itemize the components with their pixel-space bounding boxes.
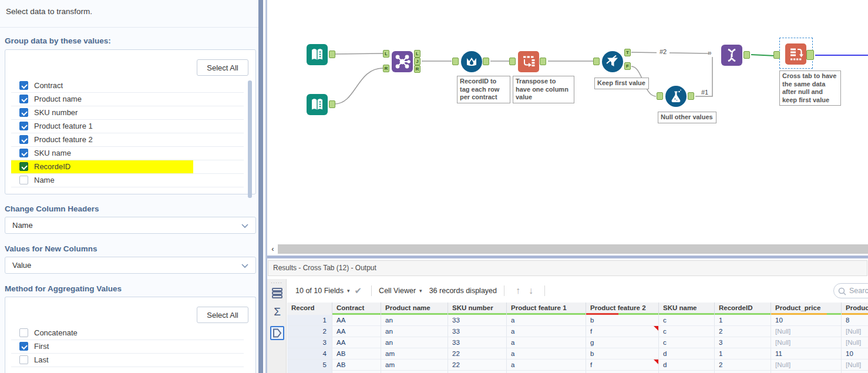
table-cell[interactable]: an — [381, 337, 448, 348]
output-anchor-icon[interactable] — [270, 326, 284, 340]
arrow-up-icon[interactable]: ↑ — [516, 285, 520, 296]
table-cell[interactable]: [Null] — [842, 371, 868, 373]
summary-sigma-icon[interactable]: Σ — [270, 305, 284, 319]
column-header[interactable]: RecordeID — [715, 303, 771, 315]
table-cell[interactable]: [Null] — [771, 326, 842, 337]
table-cell[interactable]: an — [381, 315, 448, 326]
table-cell[interactable]: 22 — [448, 348, 507, 359]
cell-viewer-dropdown[interactable]: Cell Viewer — [379, 287, 416, 295]
table-cell[interactable]: AB — [332, 371, 381, 373]
checkbox[interactable] — [19, 135, 28, 144]
metadata-view-icon[interactable] — [270, 286, 284, 300]
table-cell[interactable]: g — [586, 371, 659, 373]
aggregate-method-concatenate[interactable]: Concatenate — [11, 327, 244, 340]
table-cell[interactable]: 1 — [715, 348, 771, 359]
column-header[interactable]: Product name — [381, 303, 448, 315]
filter-tool[interactable] — [602, 51, 623, 72]
record-id-tool[interactable] — [461, 51, 482, 72]
table-cell[interactable]: [Null] — [771, 337, 842, 348]
group-field-sku-name[interactable]: SKU name — [11, 147, 244, 160]
table-cell[interactable]: 22 — [448, 371, 507, 373]
checkbox[interactable] — [19, 149, 28, 157]
record-id-caption[interactable]: RecordID to tag each row per contract — [457, 76, 510, 103]
table-cell[interactable]: a — [507, 359, 586, 371]
table-cell[interactable]: a — [507, 315, 586, 326]
table-cell[interactable]: 2 — [715, 326, 771, 337]
table-cell[interactable]: 11 — [771, 348, 842, 359]
table-cell[interactable]: c — [659, 326, 715, 337]
table-cell[interactable]: am — [381, 348, 448, 359]
checkbox[interactable] — [19, 355, 28, 364]
table-cell[interactable]: g — [586, 337, 659, 348]
results-search-box[interactable] — [833, 283, 868, 298]
column-header[interactable]: Product_n — [842, 303, 868, 315]
table-cell[interactable]: AA — [332, 337, 381, 348]
join-tool[interactable] — [392, 51, 413, 72]
fields-dropdown[interactable]: 10 of 10 Fields — [295, 287, 344, 295]
input-data-tool-1[interactable] — [307, 44, 328, 65]
column-header[interactable]: Product feature 1 — [507, 303, 586, 315]
table-cell[interactable]: 2 — [715, 359, 771, 371]
aggregate-method-first[interactable]: First — [11, 340, 244, 354]
checkbox[interactable] — [19, 162, 28, 171]
table-cell[interactable]: 3 — [715, 371, 771, 373]
group-field-product-feature-1[interactable]: Product feature 1 — [11, 120, 244, 133]
table-row[interactable]: 3AAan33agc3[Null][Null] — [287, 337, 868, 348]
table-cell[interactable]: 4 — [287, 348, 332, 359]
table-row[interactable]: 6ABam22agd3[Null][Null] — [287, 371, 868, 373]
table-cell[interactable]: [Null] — [842, 337, 868, 348]
table-row[interactable]: 2AAan33afc2[Null][Null] — [287, 326, 868, 337]
table-cell[interactable]: c — [659, 315, 715, 326]
transpose-tool[interactable] — [518, 51, 539, 72]
table-cell[interactable]: 2 — [287, 326, 332, 337]
table-cell[interactable]: [Null] — [842, 326, 868, 337]
table-cell[interactable]: AA — [332, 326, 381, 337]
group-field-product-name[interactable]: Product name — [11, 93, 244, 106]
table-cell[interactable]: 33 — [448, 326, 507, 337]
column-header[interactable]: SKU number — [448, 303, 507, 315]
column-header[interactable]: Product_price — [771, 303, 842, 315]
filter-caption[interactable]: Keep first value — [594, 78, 649, 89]
table-cell[interactable]: AA — [332, 315, 381, 326]
table-cell[interactable]: 1 — [715, 315, 771, 326]
checkbox[interactable] — [19, 108, 28, 117]
checkbox[interactable] — [19, 342, 28, 351]
canvas-horizontal-scrollbar[interactable]: ‹ — [268, 243, 868, 256]
group-field-recordeid[interactable]: RecordeID — [11, 160, 244, 174]
scroll-left-button[interactable]: ‹ — [268, 244, 277, 254]
aggregate-method-last[interactable]: Last — [11, 354, 244, 367]
group-field-product-feature-2[interactable]: Product feature 2 — [11, 133, 244, 147]
workflow-canvas[interactable]: L R L J R RecordID to tag each row per c… — [268, 0, 868, 243]
table-cell[interactable]: [Null] — [842, 359, 868, 371]
crosstab-caption[interactable]: Cross tab to have the same data after nu… — [779, 70, 841, 106]
table-cell[interactable]: am — [381, 359, 448, 371]
table-cell[interactable]: b — [586, 348, 659, 359]
formula-tool[interactable] — [665, 86, 687, 107]
column-headers-dropdown[interactable]: Name — [5, 217, 256, 234]
table-cell[interactable]: AB — [332, 348, 381, 359]
group-field-sku-number[interactable]: SKU number — [11, 106, 244, 120]
group-field-name[interactable]: Name — [11, 174, 244, 187]
table-cell[interactable]: 1 — [287, 315, 332, 326]
search-input[interactable] — [849, 284, 868, 297]
checkbox[interactable] — [19, 176, 28, 184]
table-cell[interactable]: 5 — [287, 359, 332, 371]
group-select-all-button[interactable]: Select All — [197, 59, 248, 76]
table-cell[interactable]: am — [381, 371, 448, 373]
union-tool[interactable] — [721, 45, 742, 66]
table-cell[interactable]: a — [507, 348, 586, 359]
results-panel-divider[interactable] — [267, 256, 868, 258]
aggregate-select-all-button[interactable]: Select All — [197, 307, 248, 323]
table-cell[interactable]: c — [659, 337, 715, 348]
table-cell[interactable]: 6 — [287, 371, 332, 373]
table-cell[interactable]: a — [507, 371, 586, 373]
table-row[interactable]: 1AAan33abc1108 — [287, 315, 868, 326]
apply-check-icon[interactable]: ✔ — [355, 285, 362, 296]
table-cell[interactable]: an — [381, 326, 448, 337]
table-cell[interactable]: 22 — [448, 359, 507, 371]
formula-caption[interactable]: Null other values — [658, 112, 716, 123]
checkbox[interactable] — [19, 81, 28, 90]
table-cell[interactable]: 10 — [842, 348, 868, 359]
arrow-down-icon[interactable]: ↓ — [529, 285, 533, 296]
input-data-tool-2[interactable] — [307, 94, 328, 115]
